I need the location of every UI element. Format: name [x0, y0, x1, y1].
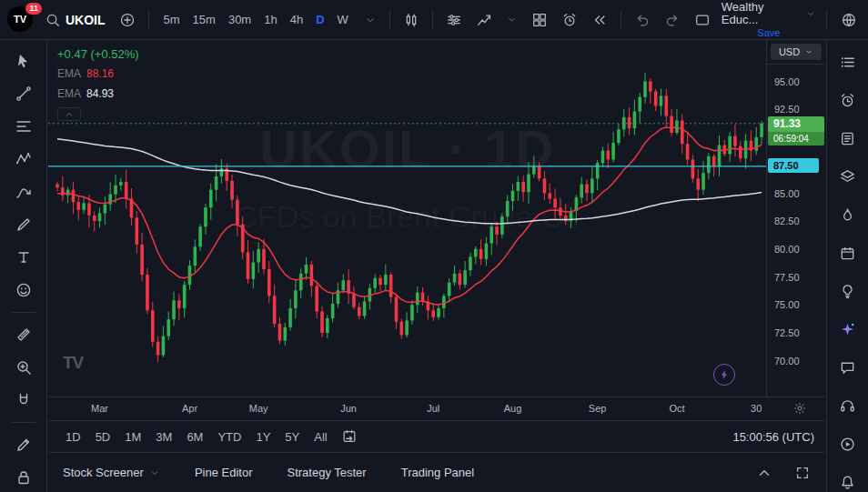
range-5d[interactable]: 5D — [89, 427, 117, 447]
quick-trade-icon[interactable] — [713, 364, 735, 386]
candle-body — [521, 182, 525, 192]
candle-body — [215, 176, 218, 190]
interval-dropdown-caret-icon[interactable] — [360, 10, 380, 30]
save-button[interactable]: Save — [757, 26, 780, 39]
collapse-panel-icon[interactable] — [756, 465, 772, 481]
pattern-tool-icon[interactable] — [7, 146, 40, 173]
range-1y[interactable]: 1Y — [249, 427, 277, 447]
candle-body — [638, 97, 641, 112]
emoji-tool-icon[interactable] — [7, 276, 40, 304]
zoom-tool-icon[interactable] — [7, 354, 40, 381]
redo-icon[interactable] — [661, 8, 684, 32]
candle-body — [373, 278, 377, 288]
headset-icon[interactable] — [834, 393, 862, 418]
range-3m[interactable]: 3M — [149, 427, 178, 447]
bulb-icon[interactable] — [834, 278, 862, 304]
tab-pine-editor[interactable]: Pine Editor — [195, 466, 253, 479]
fib-tool-icon[interactable] — [7, 113, 40, 140]
layers-icon[interactable] — [834, 164, 862, 189]
quick-search-icon[interactable] — [837, 8, 861, 32]
symbol-search-button[interactable]: UKOIL — [41, 8, 109, 32]
interval-15m[interactable]: 15m — [187, 10, 221, 29]
chart-type-candles-icon[interactable] — [399, 8, 423, 32]
tradingview-mark[interactable]: TV — [63, 353, 83, 373]
chat-icon[interactable] — [834, 355, 862, 380]
range-5y[interactable]: 5Y — [278, 427, 306, 447]
alarm-icon[interactable] — [834, 87, 862, 113]
bell-icon[interactable] — [834, 469, 862, 492]
interval-4h[interactable]: 4h — [285, 10, 308, 29]
interval-1h[interactable]: 1h — [258, 10, 282, 29]
candlestick-chart[interactable] — [48, 40, 766, 397]
tab-stock-screener[interactable]: Stock Screener — [63, 466, 160, 479]
time-axis[interactable]: MarAprMayJunJulAugSepOct30 — [48, 397, 825, 420]
trend-tool-icon[interactable] — [7, 80, 40, 107]
cursor-tool-icon[interactable] — [7, 47, 40, 75]
news-icon[interactable] — [834, 126, 862, 151]
sparkle-icon[interactable] — [834, 316, 862, 342]
candle-body — [378, 278, 382, 285]
candle-body — [198, 226, 202, 246]
interval-5m[interactable]: 5m — [158, 10, 186, 29]
candle-body — [125, 182, 128, 198]
candle-body — [548, 193, 551, 198]
fullscreen-icon[interactable] — [794, 465, 811, 481]
create-alert-icon[interactable] — [558, 8, 581, 32]
range-toolbar: 1D5D1M3M6MYTD1Y5YAll 15:00:56 (UTC) — [48, 420, 825, 452]
axis-settings-icon[interactable] — [792, 401, 807, 416]
lock-tool-icon[interactable] — [7, 464, 40, 491]
tradingview-logo[interactable]: TV 11 — [7, 6, 35, 34]
currency-dropdown[interactable]: USD — [771, 44, 822, 60]
tab-strategy-tester[interactable]: Strategy Tester — [287, 466, 366, 479]
compare-add-symbol-icon[interactable] — [116, 8, 139, 32]
interval-30m[interactable]: 30m — [223, 10, 257, 29]
textT-tool-icon[interactable] — [7, 244, 40, 271]
candle-body — [326, 318, 329, 333]
layout-grid-icon[interactable] — [528, 8, 551, 32]
candle-body — [469, 256, 472, 270]
time-label: 30 — [751, 403, 762, 414]
play-icon[interactable] — [834, 431, 862, 457]
candle-body — [273, 296, 277, 324]
interval-D[interactable]: D — [310, 10, 329, 29]
price-scale[interactable]: USD 91.33 06:59:04 87.50 95.0092.5085.00… — [766, 40, 825, 397]
candle-body — [517, 182, 520, 191]
candle-body — [220, 168, 224, 176]
candle-body — [643, 81, 647, 96]
magnet-tool-icon[interactable] — [7, 387, 40, 414]
tab-trading-panel[interactable]: Trading Panel — [401, 466, 474, 479]
indicators-icon[interactable] — [442, 8, 466, 32]
clock-utc[interactable]: 15:00:56 (UTC) — [732, 430, 814, 444]
legend-collapse-button[interactable] — [57, 107, 81, 121]
ruler-tool-icon[interactable] — [7, 321, 40, 348]
ema1-label: EMA — [57, 67, 81, 81]
undo-icon[interactable] — [631, 8, 654, 32]
candle-body — [649, 81, 652, 91]
candle-body — [283, 327, 287, 341]
sidebar-tools — [834, 49, 862, 492]
calendar-icon[interactable] — [834, 240, 862, 266]
price-tick: 77.50 — [774, 272, 800, 283]
watchlist-icon[interactable] — [834, 49, 862, 75]
templates-caret-icon[interactable] — [502, 10, 521, 29]
brush-tool-icon[interactable] — [7, 211, 40, 238]
flame-icon[interactable] — [834, 202, 862, 227]
layout-name-block[interactable]: Wealthy Educ... Save — [722, 1, 816, 39]
chart-pane[interactable]: UKOIL · 1D CFDs on Brent Crude Oil +0.47… — [48, 40, 766, 397]
candle-body — [405, 320, 409, 335]
forecast-tool-icon[interactable] — [7, 178, 40, 206]
manage-layouts-icon[interactable] — [691, 8, 714, 32]
range-6m[interactable]: 6M — [180, 427, 209, 447]
indicator-templates-icon[interactable] — [472, 8, 496, 32]
interval-W[interactable]: W — [332, 10, 354, 29]
edit-tool-icon[interactable] — [7, 431, 40, 458]
range-ytd[interactable]: YTD — [211, 427, 247, 447]
go-to-date-icon[interactable] — [341, 428, 358, 445]
bar-replay-icon[interactable] — [588, 8, 611, 32]
time-label: Mar — [91, 403, 108, 414]
time-label: Jun — [340, 403, 357, 414]
range-all[interactable]: All — [308, 427, 333, 447]
candle-body — [230, 181, 234, 200]
range-1d[interactable]: 1D — [59, 427, 87, 447]
range-1m[interactable]: 1M — [118, 427, 147, 447]
